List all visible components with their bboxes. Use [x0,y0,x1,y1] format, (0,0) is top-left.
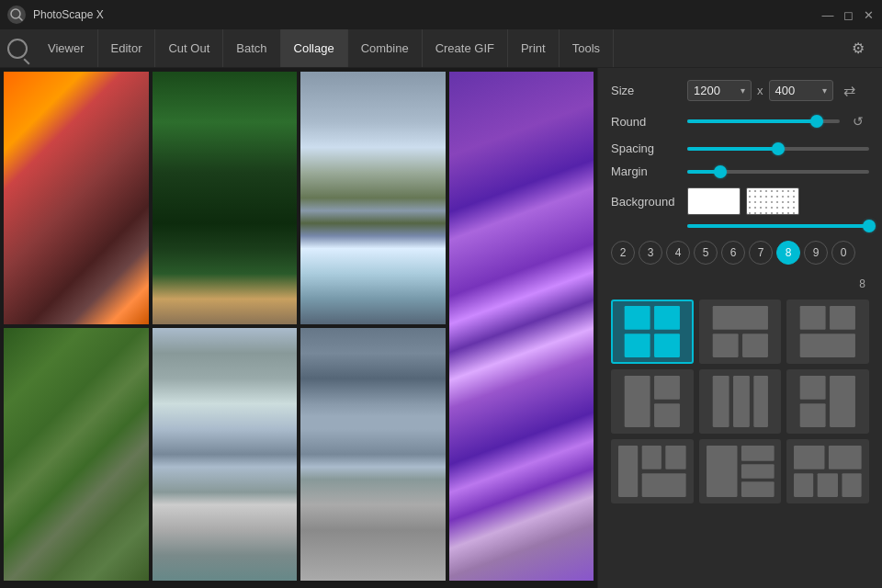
close-button[interactable]: ✕ [862,8,875,21]
right-panel: Size 1200 x 400 ⇄ Round ↺ [597,68,882,588]
number-row: 2 3 4 5 6 7 8 9 0 [611,237,869,268]
margin-slider[interactable] [687,170,869,174]
svg-rect-9 [800,306,826,330]
svg-rect-18 [800,376,826,400]
layout-thumb-3[interactable] [786,300,869,364]
margin-control [687,170,869,174]
svg-rect-21 [618,446,638,497]
app-title: PhotoScape X [33,8,104,21]
spacing-slider[interactable] [687,147,869,151]
minimize-button[interactable]: — [821,8,834,21]
layout-grid [611,300,869,503]
round-label: Round [611,115,680,129]
restore-button[interactable]: ◻ [842,8,854,21]
search-icon [7,39,28,59]
layout-thumb-8[interactable] [699,439,782,503]
photo-cell-7[interactable] [300,328,446,581]
nav-item-batch[interactable]: Batch [223,29,280,67]
title-bar-left: PhotoScape X [7,6,104,24]
photo-grid [0,68,597,588]
photo-cell-5[interactable] [4,328,149,581]
photo-cell-1[interactable] [4,72,149,324]
round-control [687,119,840,123]
count-label: 8 [611,277,869,290]
settings-button[interactable]: ⚙ [845,36,871,62]
svg-rect-32 [818,473,838,497]
photo-cell-4[interactable] [449,72,594,581]
svg-rect-17 [753,376,768,427]
svg-rect-22 [642,446,662,469]
svg-rect-10 [830,306,855,330]
nav-item-creategif[interactable]: Create GIF [423,29,508,67]
layout-thumb-9[interactable] [786,439,869,503]
round-reset-button[interactable]: ↺ [847,110,869,132]
photo-cell-6[interactable] [153,328,298,581]
num-3-button[interactable]: 3 [639,241,662,265]
num-5-button[interactable]: 5 [694,241,718,265]
layout-svg-8 [705,445,776,498]
svg-rect-31 [794,473,813,497]
nav-item-combine[interactable]: Combine [348,29,423,67]
layout-svg-5 [705,375,776,428]
layout-thumb-7[interactable] [611,439,694,503]
photo-cell-2[interactable] [153,72,298,324]
bg-white-button[interactable] [687,187,741,215]
nav-item-viewer[interactable]: Viewer [35,29,98,67]
nav-item-tools[interactable]: Tools [560,29,614,67]
nav-right: ⚙ [845,29,882,67]
nav-item-collage[interactable]: Collage [281,29,348,67]
svg-rect-25 [707,446,737,497]
num-7-button[interactable]: 7 [749,241,773,265]
nav-item-cutout[interactable]: Cut Out [155,29,223,67]
spacing-control [687,147,869,151]
layout-thumb-2[interactable] [699,300,782,364]
svg-rect-3 [654,306,680,330]
num-8-button[interactable]: 8 [776,241,800,265]
opacity-slider[interactable] [687,224,869,228]
photo-cell-3[interactable] [300,72,446,324]
svg-rect-33 [842,473,862,497]
bg-dots-button[interactable] [746,187,799,215]
svg-rect-19 [830,376,855,427]
layout-thumb-4[interactable] [611,369,694,434]
layout-thumb-1[interactable] [611,300,694,364]
opacity-row [611,224,869,228]
svg-rect-6 [712,306,767,330]
layout-thumb-5[interactable] [699,369,782,434]
size-label: Size [611,84,680,97]
layout-svg-9 [792,445,864,498]
spacing-label: Spacing [611,141,680,155]
svg-rect-23 [665,446,685,469]
round-slider[interactable] [687,119,840,123]
svg-rect-7 [712,334,738,357]
num-9-button[interactable]: 9 [804,241,828,265]
swap-size-button[interactable]: ⇄ [839,79,861,101]
height-dropdown[interactable]: 400 [769,80,833,101]
svg-rect-29 [794,446,824,469]
background-row: Background [611,187,869,215]
layout-svg-3 [792,305,864,358]
svg-line-1 [19,17,22,20]
spacing-row: Spacing [611,141,869,155]
nav-item-editor[interactable]: Editor [98,29,156,67]
main-content: Size 1200 x 400 ⇄ Round ↺ [0,68,882,588]
num-6-button[interactable]: 6 [721,241,745,265]
title-bar-controls: — ◻ ✕ [821,8,875,21]
svg-rect-2 [625,306,650,330]
size-control: 1200 x 400 ⇄ [687,79,869,101]
layout-thumb-6[interactable] [786,369,869,434]
svg-rect-5 [654,334,680,357]
svg-rect-15 [712,376,729,427]
width-dropdown[interactable]: 1200 [687,80,752,101]
layout-svg-6 [792,375,864,428]
x-separator: x [757,84,763,97]
num-4-button[interactable]: 4 [666,241,690,265]
nav-item-print[interactable]: Print [508,29,560,67]
num-0-button[interactable]: 0 [831,241,855,265]
nav-search[interactable] [0,29,35,67]
nav-bar: Viewer Editor Cut Out Batch Collage Comb… [0,29,882,68]
nav-items: Viewer Editor Cut Out Batch Collage Comb… [35,29,614,67]
num-2-button[interactable]: 2 [611,241,635,265]
svg-rect-30 [829,446,862,469]
svg-rect-11 [800,334,855,357]
